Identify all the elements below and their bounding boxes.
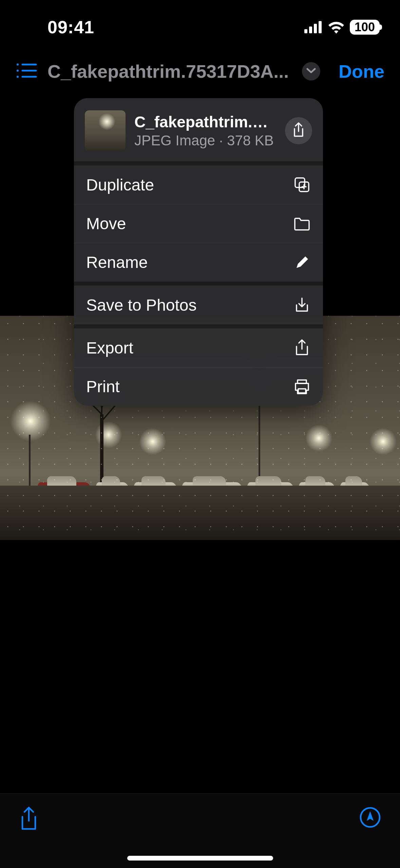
file-subtitle: JPEG Image · 378 KB: [134, 132, 276, 149]
menu-item-save-to-photos[interactable]: Save to Photos: [74, 286, 323, 324]
svg-rect-1: [309, 26, 312, 33]
svg-point-8: [17, 76, 19, 78]
menu-label: Duplicate: [86, 176, 154, 194]
done-button[interactable]: Done: [339, 61, 384, 82]
file-name: C_fakepathtrim.753...: [134, 113, 276, 131]
battery-level: 100: [355, 21, 375, 33]
menu-item-duplicate[interactable]: Duplicate: [74, 165, 323, 204]
share-button-toolbar[interactable]: [19, 807, 39, 833]
download-icon: [293, 296, 311, 314]
svg-point-6: [17, 70, 19, 72]
share-button[interactable]: [285, 117, 312, 144]
menu-label: Rename: [86, 253, 148, 272]
svg-rect-0: [304, 29, 307, 33]
nav-bar: C_fakepathtrim.75317D3A... Done: [0, 51, 400, 92]
title-menu-button[interactable]: [302, 62, 320, 80]
status-time: 09:41: [47, 17, 94, 37]
svg-point-4: [17, 64, 19, 66]
menu-label: Save to Photos: [86, 296, 197, 314]
menu-item-move[interactable]: Move: [74, 204, 323, 243]
pencil-icon: [293, 254, 311, 271]
cellular-icon: [304, 21, 323, 33]
menu-header: C_fakepathtrim.753... JPEG Image · 378 K…: [74, 98, 323, 165]
menu-item-print[interactable]: Print: [74, 367, 323, 406]
document-title[interactable]: C_fakepathtrim.75317D3A...: [47, 61, 292, 82]
file-thumbnail: [85, 110, 126, 151]
list-icon[interactable]: [16, 62, 37, 80]
menu-label: Print: [86, 377, 120, 396]
printer-icon: [293, 378, 311, 396]
svg-rect-2: [314, 24, 317, 33]
chevron-down-icon: [306, 68, 316, 75]
svg-rect-15: [298, 389, 306, 393]
menu-item-rename[interactable]: Rename: [74, 243, 323, 282]
menu-label: Export: [86, 339, 133, 357]
markup-button[interactable]: [359, 807, 381, 830]
svg-rect-3: [319, 21, 322, 33]
action-menu: C_fakepathtrim.753... JPEG Image · 378 K…: [74, 98, 323, 406]
menu-label: Move: [86, 214, 126, 233]
status-indicators: 100: [304, 20, 380, 35]
duplicate-icon: [293, 176, 311, 194]
status-bar: 09:41 100: [0, 0, 400, 44]
export-icon: [293, 339, 311, 357]
folder-icon: [293, 215, 311, 233]
wifi-icon: [327, 21, 345, 34]
menu-item-export[interactable]: Export: [74, 328, 323, 367]
share-icon: [292, 122, 305, 140]
battery-icon: 100: [350, 20, 380, 35]
home-indicator[interactable]: [127, 856, 273, 861]
